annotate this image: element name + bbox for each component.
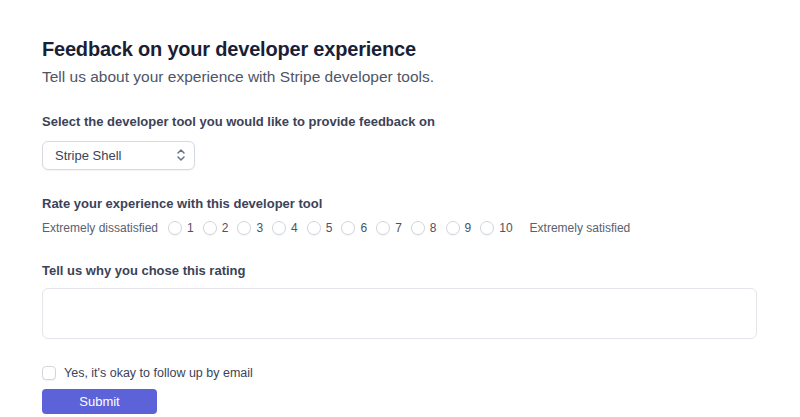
- rating-option-number: 9: [465, 221, 472, 235]
- submit-button[interactable]: Submit: [42, 389, 157, 414]
- rating-radio[interactable]: [341, 221, 355, 235]
- rating-label: Rate your experience with this developer…: [42, 196, 757, 212]
- rating-option-number: 5: [326, 221, 333, 235]
- rating-radio[interactable]: [168, 221, 182, 235]
- rating-option[interactable]: 6: [341, 221, 367, 235]
- reason-textarea[interactable]: [42, 288, 757, 339]
- rating-option[interactable]: 3: [237, 221, 263, 235]
- rating-radio[interactable]: [307, 221, 321, 235]
- page-title: Feedback on your developer experience: [42, 37, 757, 61]
- rating-scale: Extremely dissatisfied 1 2 3: [42, 221, 757, 235]
- rating-option[interactable]: 9: [446, 221, 472, 235]
- rating-option[interactable]: 5: [307, 221, 333, 235]
- reason-label: Tell us why you chose this rating: [42, 263, 757, 279]
- rating-radio[interactable]: [411, 221, 425, 235]
- rating-max-label: Extremely satisfied: [530, 221, 631, 235]
- feedback-form: Feedback on your developer experience Te…: [0, 0, 800, 417]
- followup-row[interactable]: Yes, it's okay to follow up by email: [42, 366, 757, 380]
- tool-select-label: Select the developer tool you would like…: [42, 114, 757, 130]
- rating-option-number: 3: [256, 221, 263, 235]
- followup-checkbox[interactable]: [42, 366, 56, 380]
- rating-option[interactable]: 2: [203, 221, 229, 235]
- tool-select-wrap: Stripe Shell: [42, 141, 195, 170]
- rating-min-label: Extremely dissatisfied: [42, 221, 158, 235]
- rating-option[interactable]: 10: [480, 221, 512, 235]
- rating-option[interactable]: 8: [411, 221, 437, 235]
- rating-option-number: 6: [360, 221, 367, 235]
- rating-radio[interactable]: [480, 221, 494, 235]
- rating-option-number: 8: [430, 221, 437, 235]
- rating-radio[interactable]: [272, 221, 286, 235]
- rating-option[interactable]: 1: [168, 221, 194, 235]
- rating-option[interactable]: 7: [376, 221, 402, 235]
- rating-radio[interactable]: [376, 221, 390, 235]
- rating-option-number: 2: [222, 221, 229, 235]
- rating-option-number: 7: [395, 221, 402, 235]
- tool-select[interactable]: Stripe Shell: [42, 141, 195, 170]
- rating-option-number: 10: [499, 221, 512, 235]
- rating-radio[interactable]: [446, 221, 460, 235]
- rating-option[interactable]: 4: [272, 221, 298, 235]
- page-subtitle: Tell us about your experience with Strip…: [42, 67, 757, 87]
- rating-radio[interactable]: [237, 221, 251, 235]
- rating-radio[interactable]: [203, 221, 217, 235]
- rating-options: 1 2 3 4 5: [168, 221, 522, 235]
- rating-option-number: 4: [291, 221, 298, 235]
- rating-option-number: 1: [187, 221, 194, 235]
- followup-label: Yes, it's okay to follow up by email: [64, 366, 253, 380]
